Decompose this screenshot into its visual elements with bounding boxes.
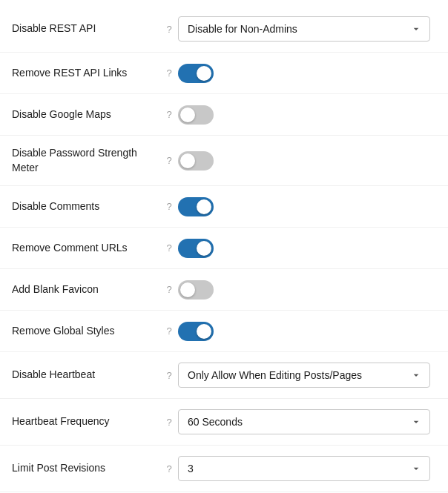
help-disable-rest-api[interactable]: ?: [160, 24, 178, 35]
row-heartbeat-frequency: Heartbeat Frequency?30 Seconds60 Seconds…: [0, 399, 448, 446]
label-disable-google-maps: Disable Google Maps: [12, 107, 160, 122]
toggle-track-remove-rest-api-links: [178, 64, 214, 83]
control-remove-global-styles: [178, 322, 436, 341]
toggle-thumb-disable-comments: [197, 199, 211, 214]
row-disable-rest-api: Disable REST API?Disable for Non-AdminsD…: [0, 6, 448, 53]
toggle-track-disable-password-strength-meter: [178, 151, 214, 171]
row-remove-rest-api-links: Remove REST API Links?: [0, 53, 448, 94]
label-heartbeat-frequency: Heartbeat Frequency: [12, 414, 160, 429]
toggle-remove-global-styles[interactable]: [178, 322, 214, 341]
row-remove-comment-urls: Remove Comment URLs?: [0, 228, 448, 269]
label-disable-password-strength-meter: Disable Password Strength Meter: [12, 146, 160, 175]
row-limit-post-revisions: Limit Post Revisions?1234510Unlimited: [0, 446, 448, 492]
control-limit-post-revisions: 1234510Unlimited: [178, 456, 436, 481]
toggle-remove-comment-urls[interactable]: [178, 239, 214, 258]
control-add-blank-favicon: [178, 280, 436, 300]
control-disable-comments: [178, 197, 436, 216]
toggle-thumb-remove-global-styles: [197, 324, 211, 339]
label-remove-global-styles: Remove Global Styles: [12, 324, 160, 339]
toggle-track-add-blank-favicon: [178, 280, 214, 300]
control-remove-rest-api-links: [178, 64, 436, 83]
control-remove-comment-urls: [178, 239, 436, 258]
help-limit-post-revisions[interactable]: ?: [160, 463, 178, 474]
help-add-blank-favicon[interactable]: ?: [160, 284, 178, 295]
toggle-track-disable-google-maps: [178, 105, 214, 125]
toggle-thumb-remove-rest-api-links: [197, 66, 211, 81]
label-limit-post-revisions: Limit Post Revisions: [12, 461, 160, 476]
toggle-thumb-remove-comment-urls: [197, 241, 211, 256]
help-disable-password-strength-meter[interactable]: ?: [160, 155, 178, 166]
toggle-thumb-disable-google-maps: [180, 107, 195, 122]
help-heartbeat-frequency[interactable]: ?: [160, 417, 178, 428]
row-disable-google-maps: Disable Google Maps?: [0, 94, 448, 136]
label-disable-heartbeat: Disable Heartbeat: [12, 368, 160, 383]
settings-list: Disable REST API?Disable for Non-AdminsD…: [0, 0, 448, 493]
help-remove-global-styles[interactable]: ?: [160, 325, 178, 337]
control-disable-password-strength-meter: [178, 151, 436, 171]
control-disable-google-maps: [178, 105, 436, 125]
help-disable-comments[interactable]: ?: [160, 201, 178, 212]
label-disable-rest-api: Disable REST API: [12, 21, 160, 36]
select-disable-heartbeat[interactable]: Only Allow When Editing Posts/PagesDisab…: [178, 363, 430, 388]
toggle-disable-google-maps[interactable]: [178, 105, 214, 125]
toggle-track-remove-global-styles: [178, 322, 214, 341]
help-disable-google-maps[interactable]: ?: [160, 109, 178, 120]
help-remove-rest-api-links[interactable]: ?: [160, 67, 178, 79]
select-disable-rest-api[interactable]: Disable for Non-AdminsDisable for Visito…: [178, 16, 430, 42]
toggle-remove-rest-api-links[interactable]: [178, 64, 214, 83]
label-remove-comment-urls: Remove Comment URLs: [12, 241, 160, 256]
select-limit-post-revisions[interactable]: 1234510Unlimited: [178, 456, 430, 481]
toggle-thumb-disable-password-strength-meter: [180, 153, 195, 168]
help-remove-comment-urls[interactable]: ?: [160, 242, 178, 254]
toggle-thumb-add-blank-favicon: [180, 282, 195, 297]
row-disable-heartbeat: Disable Heartbeat?Only Allow When Editin…: [0, 352, 448, 399]
label-disable-comments: Disable Comments: [12, 199, 160, 214]
toggle-disable-comments[interactable]: [178, 197, 214, 216]
control-disable-heartbeat: Only Allow When Editing Posts/PagesDisab…: [178, 363, 436, 388]
control-heartbeat-frequency: 30 Seconds60 Seconds120 Seconds: [178, 409, 436, 434]
label-add-blank-favicon: Add Blank Favicon: [12, 282, 160, 297]
select-heartbeat-frequency[interactable]: 30 Seconds60 Seconds120 Seconds: [178, 409, 430, 434]
row-add-blank-favicon: Add Blank Favicon?: [0, 269, 448, 311]
help-disable-heartbeat[interactable]: ?: [160, 370, 178, 381]
row-disable-comments: Disable Comments?: [0, 186, 448, 228]
row-disable-password-strength-meter: Disable Password Strength Meter?: [0, 136, 448, 186]
label-remove-rest-api-links: Remove REST API Links: [12, 66, 160, 81]
toggle-add-blank-favicon[interactable]: [178, 280, 214, 300]
toggle-track-disable-comments: [178, 197, 214, 216]
control-disable-rest-api: Disable for Non-AdminsDisable for Visito…: [178, 16, 436, 42]
toggle-track-remove-comment-urls: [178, 239, 214, 258]
row-remove-global-styles: Remove Global Styles?: [0, 311, 448, 352]
toggle-disable-password-strength-meter[interactable]: [178, 151, 214, 171]
